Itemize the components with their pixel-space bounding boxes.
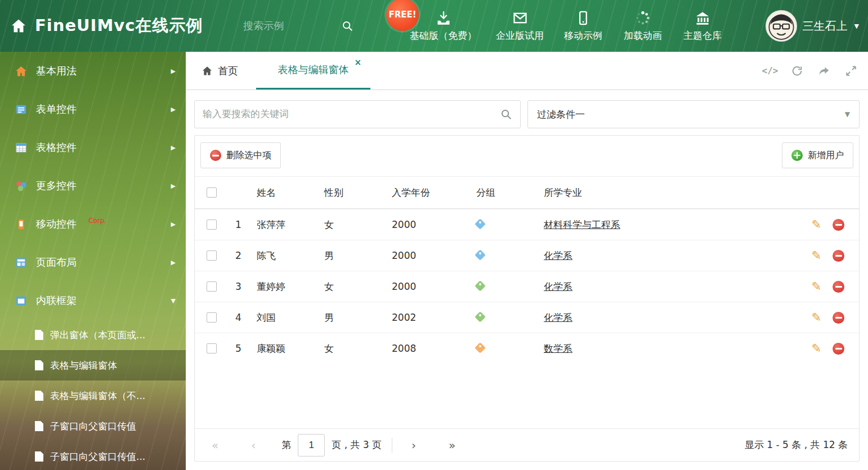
sidebar-subitem-child-to-parent-2[interactable]: 子窗口向父窗口传值...	[0, 441, 186, 470]
nav-basic-free[interactable]: 基础版（免费）	[410, 10, 477, 42]
cell-name: 康颖颖	[257, 342, 324, 355]
chevron-right-icon: ▶	[171, 259, 176, 266]
major-link[interactable]: 化学系	[544, 312, 572, 323]
refresh-icon[interactable]	[790, 64, 804, 78]
nav-mobile-demo[interactable]: 移动示例	[563, 10, 603, 42]
nav-loading-animation[interactable]: 加载动画	[623, 10, 663, 42]
filter-dropdown[interactable]: 过滤条件一 ▼	[527, 100, 860, 128]
major-link[interactable]: 材料科学与工程系	[544, 219, 620, 230]
app-title: FineUIMvc在线示例	[35, 15, 203, 37]
sidebar-item-basic-usage[interactable]: 基本用法 ▶	[0, 52, 186, 90]
first-page-button[interactable]: «	[212, 438, 218, 452]
search-icon[interactable]	[500, 108, 512, 120]
sidebar-item-label: 移动控件	[36, 217, 77, 231]
page-label-after: 页 , 共 3 页	[332, 438, 382, 451]
expand-icon[interactable]	[844, 64, 858, 78]
sidebar-item-grid-controls[interactable]: 表格控件 ▶	[0, 128, 186, 167]
sidebar-item-form-controls[interactable]: 表单控件 ▶	[0, 90, 186, 128]
group-tag-icon[interactable]	[475, 218, 486, 230]
last-page-button[interactable]: »	[449, 438, 455, 452]
home-icon[interactable]	[10, 17, 27, 34]
mobile-signal-icon	[15, 218, 28, 231]
file-icon	[35, 330, 43, 340]
sidebar-item-mobile-controls[interactable]: 移动控件Corp. ▶	[0, 205, 186, 243]
delete-row-icon[interactable]	[833, 343, 844, 355]
prev-page-button[interactable]: ‹	[251, 438, 256, 452]
page-number-input[interactable]	[298, 434, 325, 456]
row-index: 4	[229, 312, 257, 323]
app-header: FineUIMvc在线示例 FREE! 基础版（免费） 企业版试用 移动示例 加…	[0, 0, 868, 52]
major-link[interactable]: 化学系	[544, 281, 572, 292]
source-code-icon[interactable]: </>	[763, 64, 777, 78]
nav-label: 基础版（免费）	[410, 29, 477, 42]
nav-enterprise-trial[interactable]: 企业版试用	[496, 10, 544, 42]
row-index: 1	[229, 219, 257, 230]
sidebar-item-label: 内联框架	[36, 294, 77, 307]
cell-year: 2002	[392, 312, 476, 323]
search-icon[interactable]	[341, 20, 354, 32]
cell-name: 刘国	[257, 311, 324, 324]
sidebar-item-page-layout[interactable]: 页面布局 ▶	[0, 243, 186, 281]
edit-icon[interactable]: ✎	[811, 219, 821, 231]
sidebar-subitem-grid-edit-window-2[interactable]: 表格与编辑窗体（不...	[0, 381, 186, 411]
delete-row-icon[interactable]	[833, 312, 844, 324]
edit-icon[interactable]: ✎	[811, 281, 821, 293]
sidebar-subitem-child-to-parent[interactable]: 子窗口向父窗口传值	[0, 411, 186, 441]
keyword-search-input[interactable]	[203, 109, 494, 120]
nav-label: 移动示例	[564, 29, 602, 42]
share-icon[interactable]	[817, 64, 831, 78]
edit-icon[interactable]: ✎	[811, 250, 821, 262]
row-checkbox[interactable]	[207, 281, 217, 292]
major-link[interactable]: 数学系	[544, 343, 572, 354]
tab-home[interactable]: 首页	[202, 52, 238, 89]
group-tag-icon[interactable]	[475, 249, 486, 261]
page-label-before: 第	[281, 438, 291, 451]
group-tag-icon[interactable]	[475, 280, 486, 292]
add-user-button[interactable]: 新增用户	[782, 142, 853, 168]
cell-year: 2000	[392, 250, 476, 261]
chevron-right-icon: ▶	[171, 221, 176, 228]
file-icon	[35, 451, 43, 462]
avatar	[766, 10, 797, 42]
group-tag-icon[interactable]	[475, 342, 486, 353]
sidebar-item-label: 页面布局	[36, 256, 77, 269]
col-header-year: 入学年份	[392, 186, 476, 199]
row-checkbox[interactable]	[207, 343, 217, 353]
edit-icon[interactable]: ✎	[811, 312, 821, 324]
record-summary: 显示 1 - 5 条 , 共 12 条	[745, 438, 848, 451]
row-checkbox[interactable]	[207, 220, 217, 230]
sidebar-item-iframe[interactable]: 内联框架 ▼	[0, 281, 186, 320]
header-search-input[interactable]	[243, 20, 333, 32]
major-link[interactable]: 化学系	[544, 250, 572, 261]
table-header-row: 姓名 性别 入学年份 分组 所学专业	[195, 176, 859, 209]
chevron-down-icon: ▼	[854, 23, 859, 30]
plus-circle-icon	[791, 150, 803, 161]
sidebar-item-label: 表单控件	[36, 102, 77, 116]
row-checkbox[interactable]	[207, 312, 217, 323]
user-menu[interactable]: 三生石上 ▼	[766, 0, 859, 52]
sidebar-subitem-label: 弹出窗体（本页面或...	[50, 329, 145, 342]
next-page-button[interactable]: ›	[411, 438, 416, 452]
chevron-right-icon: ▶	[171, 144, 176, 151]
keyword-search-box	[194, 100, 521, 128]
sidebar-subitem-popup-window[interactable]: 弹出窗体（本页面或...	[0, 320, 186, 350]
sidebar-subitem-grid-edit-window[interactable]: 表格与编辑窗体	[0, 350, 186, 381]
group-tag-icon[interactable]	[475, 311, 486, 323]
sidebar-item-more-controls[interactable]: 更多控件 ▶	[0, 167, 186, 205]
sidebar-subitem-label: 子窗口向父窗口传值	[50, 420, 136, 433]
nav-theme-repo[interactable]: 主题仓库	[682, 10, 723, 42]
delete-selected-button[interactable]: 删除选中项	[200, 142, 281, 168]
chevron-right-icon: ▶	[171, 68, 176, 75]
col-header-group: 分组	[476, 186, 544, 199]
delete-row-icon[interactable]	[833, 281, 844, 293]
select-all-checkbox[interactable]	[207, 187, 217, 198]
delete-row-icon[interactable]	[833, 219, 844, 231]
close-icon[interactable]: ×	[354, 59, 361, 67]
nav-label: 主题仓库	[683, 29, 722, 42]
edit-icon[interactable]: ✎	[811, 343, 821, 355]
row-checkbox[interactable]	[207, 250, 217, 261]
delete-row-icon[interactable]	[833, 250, 844, 262]
tab-grid-edit-window[interactable]: 表格与编辑窗体 ×	[256, 52, 370, 89]
file-icon	[35, 421, 43, 431]
shapes-icon	[15, 180, 28, 193]
